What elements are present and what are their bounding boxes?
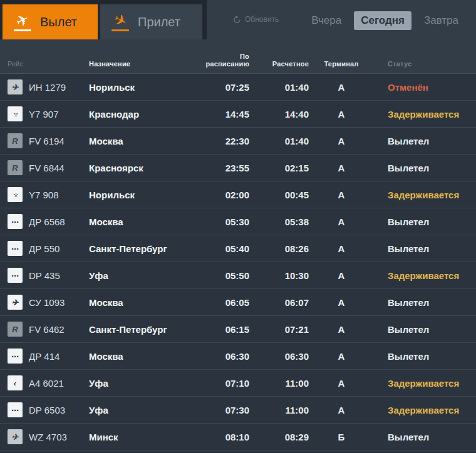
status: Задерживается	[374, 378, 476, 389]
day-tab-tomorrow[interactable]: Завтра	[424, 14, 458, 27]
airline-logo-icon: ‹	[8, 375, 23, 390]
table-row[interactable]: ··· ДР 550 Санкт-Петербург 05:40 08:26 А…	[0, 235, 476, 262]
destination: Норильск	[89, 190, 197, 200]
table-row[interactable]: ✈ СУ 1093 Москва 06:05 06:07 А Вылетел	[0, 289, 476, 316]
destination: Красноярск	[89, 163, 197, 173]
estimated-time: 10:30	[249, 270, 309, 281]
table-row[interactable]: ··· ДР 6568 Москва 05:30 05:38 А Вылетел	[0, 208, 476, 235]
flight-number: Y7 907	[29, 109, 59, 120]
scheduled-time: 06:15	[197, 324, 249, 335]
table-row[interactable]: ✈ ИН 1279 Норильск 07:25 01:40 А Отменён	[0, 74, 476, 101]
plane-landing-icon: ✈	[111, 13, 129, 31]
scheduled-time: 05:40	[197, 243, 249, 254]
destination: Уфа	[89, 378, 197, 389]
terminal: А	[309, 297, 374, 308]
flight-table-body: ✈ ИН 1279 Норильск 07:25 01:40 А Отменён…	[0, 74, 476, 453]
estimated-time: 11:00	[249, 405, 309, 415]
airline-logo-icon: ♆	[8, 106, 23, 121]
refresh-button[interactable]: Обновить	[233, 15, 279, 24]
flight-number: A4 6021	[29, 378, 64, 389]
flight-number: СУ 1093	[29, 297, 65, 308]
status: Задерживается	[374, 190, 476, 200]
status: Вылетел	[374, 351, 476, 362]
scheduled-time: 05:30	[197, 216, 249, 227]
tab-departures[interactable]: ✈ Вылет	[3, 4, 98, 39]
airline-logo-icon: ···	[8, 268, 23, 283]
flight-number: Y7 908	[29, 190, 59, 200]
estimated-time: 02:15	[249, 163, 309, 173]
flight-number: DP 6503	[29, 405, 65, 415]
terminal: А	[309, 378, 374, 389]
destination: Москва	[89, 136, 197, 146]
airline-logo-icon: ♆	[8, 187, 23, 202]
col-header-flight: Рейс	[8, 60, 89, 68]
col-header-terminal: Терминал	[309, 60, 374, 68]
table-row[interactable]: ··· DP 435 Уфа 05:50 10:30 А Задерживает…	[0, 262, 476, 289]
airline-logo-icon: ···	[8, 241, 23, 256]
scheduled-time: 07:25	[197, 82, 249, 93]
terminal: А	[309, 324, 374, 335]
flight-number: ДР 6568	[29, 216, 65, 227]
estimated-time: 06:07	[249, 297, 309, 308]
estimated-time: 01:40	[249, 82, 309, 93]
day-switcher: Вчера Сегодня Завтра	[311, 11, 458, 30]
destination: Москва	[89, 216, 197, 227]
estimated-time: 08:29	[249, 432, 309, 442]
terminal: А	[309, 243, 374, 254]
airline-logo-icon: ✈	[8, 295, 23, 310]
table-row[interactable]: ♆ Y7 908 Норильск 02:00 00:45 А Задержив…	[0, 181, 476, 208]
airline-logo-icon: ···	[8, 402, 23, 417]
estimated-time: 07:21	[249, 324, 309, 335]
destination: Санкт-Петербург	[89, 243, 197, 254]
scheduled-time: 23:55	[197, 163, 249, 173]
scheduled-time: 22:30	[197, 136, 249, 146]
terminal: А	[309, 163, 374, 173]
status: Задерживается	[374, 109, 476, 120]
day-tab-today[interactable]: Сегодня	[354, 11, 411, 30]
status: Вылетел	[374, 432, 476, 442]
destination: Минск	[89, 432, 197, 442]
scheduled-time: 02:00	[197, 190, 249, 200]
scheduled-time: 07:30	[197, 405, 249, 415]
airline-logo-icon: ✈	[8, 429, 23, 444]
flight-number: WZ 4703	[29, 432, 67, 442]
estimated-time: 06:30	[249, 351, 309, 362]
terminal: А	[309, 109, 374, 120]
airline-logo-icon: ✈	[8, 79, 23, 94]
table-row[interactable]: R FV 6462 Санкт-Петербург 06:15 07:21 А …	[0, 316, 476, 343]
terminal: А	[309, 270, 374, 281]
flight-number: DP 435	[29, 270, 60, 281]
estimated-time: 08:26	[249, 243, 309, 254]
airline-logo-icon: R	[8, 160, 23, 175]
status: Вылетел	[374, 216, 476, 227]
col-header-estimated: Расчетное	[249, 60, 309, 68]
terminal: А	[309, 405, 374, 415]
day-tab-yesterday[interactable]: Вчера	[311, 14, 341, 27]
terminal: А	[309, 136, 374, 146]
table-row[interactable]: ··· ДР 414 Москва 06:30 06:30 А Вылетел	[0, 343, 476, 370]
status: Вылетел	[374, 324, 476, 335]
status: Задерживается	[374, 270, 476, 281]
table-row[interactable]: R FV 6194 Москва 22:30 01:40 А Вылетел	[0, 128, 476, 155]
table-header: Рейс Назначение По расписанию Расчетное …	[0, 41, 476, 74]
destination: Уфа	[89, 405, 197, 415]
table-row[interactable]: ✈ WZ 4703 Минск 08:10 08:29 Б Вылетел	[0, 424, 476, 450]
table-row[interactable]: ♆ Y7 907 Краснодар 14:45 14:40 А Задержи…	[0, 101, 476, 128]
tab-arrivals[interactable]: ✈ Прилет	[100, 4, 202, 39]
destination: Москва	[89, 297, 197, 308]
scheduled-time: 08:10	[197, 432, 249, 442]
refresh-label: Обновить	[245, 15, 279, 24]
scheduled-time: 05:50	[197, 270, 249, 281]
table-row[interactable]: ··· DP 6503 Уфа 07:30 11:00 А Задерживае…	[0, 397, 476, 424]
status: Вылетел	[374, 163, 476, 173]
status: Задерживается	[374, 405, 476, 415]
flight-number: FV 6462	[29, 324, 65, 335]
table-row[interactable]: ‹ A4 6021 Уфа 07:10 11:00 А Задерживаетс…	[0, 370, 476, 397]
destination: Уфа	[89, 270, 197, 281]
estimated-time: 05:38	[249, 216, 309, 227]
airline-logo-icon: R	[8, 133, 23, 148]
flight-number: ИН 1279	[29, 82, 66, 93]
table-row[interactable]: R FV 6844 Красноярск 23:55 02:15 А Вылет…	[0, 155, 476, 181]
status: Вылетел	[374, 243, 476, 254]
estimated-time: 11:00	[249, 378, 309, 389]
